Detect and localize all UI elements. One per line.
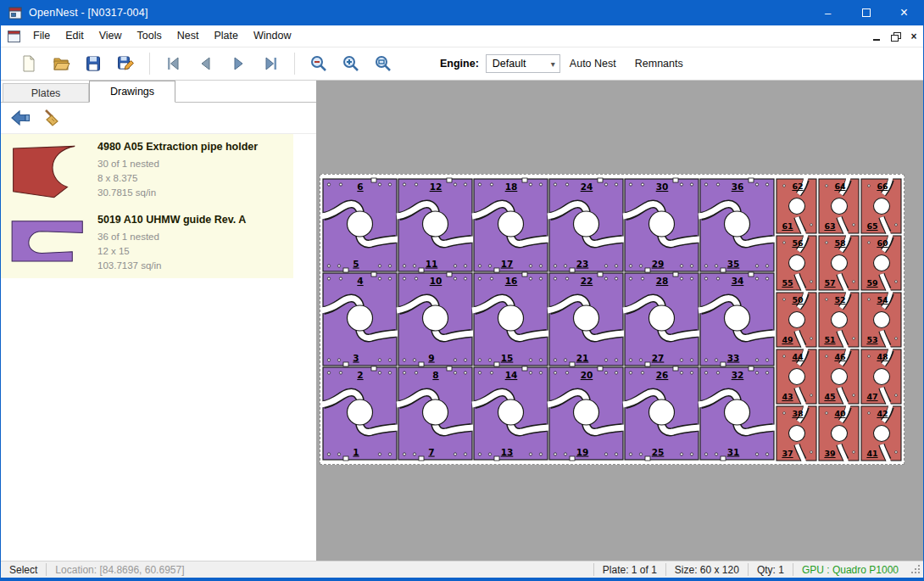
close-icon[interactable]: × bbox=[885, 0, 923, 25]
nest-cell-red[interactable]: 64 63 bbox=[819, 177, 859, 236]
nest-cell-purple[interactable]: 34 33 bbox=[699, 272, 776, 366]
nest-cell-purple[interactable]: 20 19 bbox=[548, 366, 625, 461]
save-as-icon[interactable] bbox=[112, 50, 139, 77]
mdi-close-icon[interactable]: × bbox=[905, 27, 923, 46]
remnants-button[interactable]: Remnants bbox=[626, 47, 693, 80]
svg-text:25: 25 bbox=[652, 447, 665, 457]
auto-nest-button[interactable]: Auto Nest bbox=[560, 47, 626, 80]
nest-cell-purple[interactable]: 24 23 bbox=[548, 178, 625, 272]
tab-plates[interactable]: Plates bbox=[3, 83, 89, 102]
nest-cell-purple[interactable]: 32 31 bbox=[699, 366, 776, 461]
minimize-icon[interactable]: – bbox=[809, 0, 847, 25]
nest-cell-purple[interactable]: 28 27 bbox=[623, 272, 700, 366]
first-plate-icon[interactable] bbox=[160, 50, 187, 77]
status-bar: Select Location: [84.8696, 60.6957] Plat… bbox=[1, 561, 923, 578]
nest-cell-red[interactable]: 38 37 bbox=[776, 405, 816, 463]
nest-cell-red[interactable]: 54 53 bbox=[861, 291, 901, 349]
main-toolbar: Engine: Default ▾ Auto Nest Remnants bbox=[1, 47, 923, 81]
zoom-in-icon[interactable] bbox=[337, 50, 365, 77]
nest-cell-purple[interactable]: 14 13 bbox=[472, 366, 549, 461]
menu-edit[interactable]: Edit bbox=[58, 25, 92, 47]
menu-window[interactable]: Window bbox=[246, 25, 298, 47]
resize-grip-icon[interactable] bbox=[910, 564, 921, 575]
drawings-toolbar bbox=[1, 103, 316, 134]
nest-cell-red[interactable]: 44 43 bbox=[776, 348, 816, 406]
import-arrow-icon[interactable] bbox=[8, 105, 33, 131]
status-plate: Plate: 1 of 1 bbox=[594, 564, 665, 576]
nest-cell-purple[interactable]: 18 17 bbox=[472, 178, 549, 272]
menu-file[interactable]: File bbox=[25, 25, 58, 47]
nest-cell-purple[interactable]: 16 15 bbox=[472, 272, 549, 366]
plate[interactable]: 6 5 12 11 18 17 24 23 30 29 36 35 4 3 10… bbox=[320, 174, 905, 465]
nest-cell-purple[interactable]: 36 35 bbox=[699, 178, 776, 272]
maximize-icon[interactable] bbox=[847, 0, 885, 25]
nest-cell-purple[interactable]: 8 7 bbox=[397, 366, 474, 461]
nest-cell-red[interactable]: 50 49 bbox=[776, 291, 816, 349]
nest-cell-red[interactable]: 52 51 bbox=[819, 291, 859, 349]
title-bar[interactable]: OpenNest - [N0317-004] – × bbox=[1, 0, 923, 25]
engine-select[interactable]: Default ▾ bbox=[486, 54, 560, 73]
mdi-document-icon[interactable] bbox=[8, 31, 20, 42]
menu-plate[interactable]: Plate bbox=[206, 25, 246, 47]
nest-cell-purple[interactable]: 10 9 bbox=[397, 272, 474, 366]
nest-cell-red[interactable]: 40 39 bbox=[819, 405, 859, 463]
svg-text:44: 44 bbox=[792, 352, 804, 361]
nest-cell-purple[interactable]: 2 1 bbox=[321, 366, 398, 461]
nest-cell-purple[interactable]: 26 25 bbox=[623, 366, 700, 461]
nest-cell-purple[interactable]: 4 3 bbox=[321, 272, 398, 366]
svg-text:8: 8 bbox=[432, 370, 438, 380]
svg-text:49: 49 bbox=[782, 335, 793, 344]
drawing-nested: 36 of 1 nested bbox=[97, 230, 288, 244]
drawing-size: 12 x 15 bbox=[97, 244, 288, 259]
nest-cell-red[interactable]: 60 59 bbox=[861, 234, 901, 293]
nest-cell-red[interactable]: 46 45 bbox=[819, 348, 859, 406]
svg-text:16: 16 bbox=[505, 276, 518, 286]
nest-cell-purple[interactable]: 22 21 bbox=[548, 272, 625, 366]
svg-text:19: 19 bbox=[576, 447, 589, 457]
svg-text:46: 46 bbox=[834, 352, 846, 361]
window-bottom-border bbox=[1, 578, 923, 581]
nest-cell-purple[interactable]: 6 5 bbox=[321, 178, 398, 272]
next-plate-icon[interactable] bbox=[225, 50, 252, 77]
svg-text:45: 45 bbox=[824, 392, 835, 401]
menu-view[interactable]: View bbox=[92, 25, 130, 47]
drawing-title: 4980 A05 Extraction pipe holder bbox=[97, 141, 288, 153]
svg-text:30: 30 bbox=[656, 182, 669, 192]
clean-brush-icon[interactable] bbox=[38, 105, 64, 131]
drawing-item[interactable]: 4980 A05 Extraction pipe holder 30 of 1 … bbox=[1, 134, 293, 207]
nest-cell-red[interactable]: 48 47 bbox=[861, 348, 901, 406]
drawing-item[interactable]: 5019 A10 UHMW guide Rev. A 36 of 1 neste… bbox=[1, 207, 293, 278]
nest-cell-purple[interactable]: 12 11 bbox=[397, 178, 474, 272]
nest-cell-red[interactable]: 42 41 bbox=[861, 405, 901, 463]
drawing-thumbnail-red bbox=[8, 141, 94, 202]
save-icon[interactable] bbox=[80, 50, 107, 77]
svg-text:29: 29 bbox=[652, 259, 665, 269]
tab-drawings[interactable]: Drawings bbox=[89, 81, 175, 103]
menu-tools[interactable]: Tools bbox=[130, 25, 170, 47]
nest-cell-red[interactable]: 66 65 bbox=[861, 177, 901, 236]
previous-plate-icon[interactable] bbox=[192, 50, 220, 77]
nest-cell-purple[interactable]: 30 29 bbox=[623, 178, 700, 272]
nest-cell-red[interactable]: 58 57 bbox=[819, 234, 859, 293]
new-file-icon[interactable] bbox=[15, 50, 42, 77]
svg-text:41: 41 bbox=[866, 449, 877, 458]
engine-value: Default bbox=[493, 58, 526, 70]
svg-text:37: 37 bbox=[782, 449, 793, 458]
last-plate-icon[interactable] bbox=[257, 50, 284, 77]
drawing-area: 30.7815 sq/in bbox=[97, 186, 288, 200]
open-folder-icon[interactable] bbox=[47, 50, 75, 77]
mdi-restore-icon[interactable] bbox=[886, 27, 905, 46]
svg-text:3: 3 bbox=[353, 353, 359, 363]
mdi-minimize-icon[interactable] bbox=[867, 27, 886, 46]
status-location: Location: [84.8696, 60.6957] bbox=[47, 564, 192, 576]
zoom-fit-icon[interactable] bbox=[370, 50, 397, 77]
zoom-out-icon[interactable] bbox=[305, 50, 332, 77]
drawing-title: 5019 A10 UHMW guide Rev. A bbox=[97, 214, 288, 226]
svg-text:32: 32 bbox=[732, 370, 744, 380]
menu-nest[interactable]: Nest bbox=[170, 25, 207, 47]
nest-canvas[interactable]: 6 5 12 11 18 17 24 23 30 29 36 35 4 3 10… bbox=[316, 81, 923, 561]
svg-text:18: 18 bbox=[505, 182, 518, 192]
nest-cell-red[interactable]: 56 55 bbox=[776, 234, 816, 293]
svg-text:51: 51 bbox=[824, 335, 835, 344]
nest-cell-red[interactable]: 62 61 bbox=[776, 177, 816, 236]
